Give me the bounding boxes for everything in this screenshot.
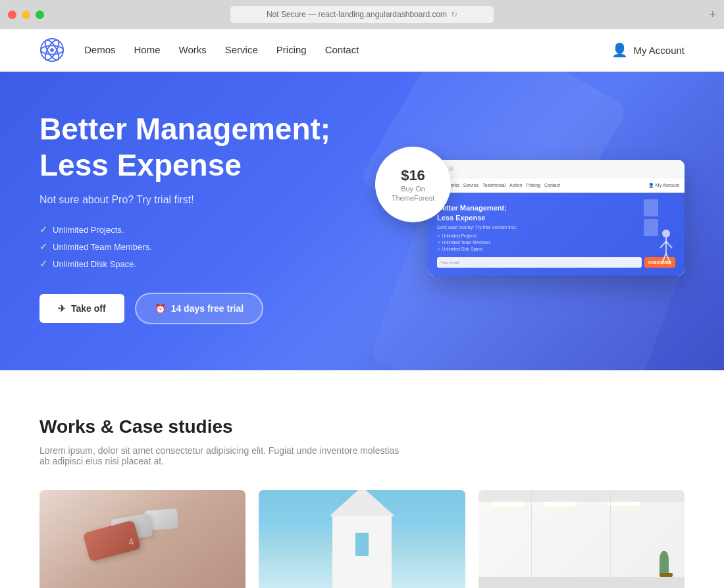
nav-item-demos[interactable]: Demos <box>84 44 116 56</box>
new-tab-button[interactable]: + <box>709 8 716 22</box>
screenshot-body: ⚛ Works Service Testimonial Action Prici… <box>428 178 685 276</box>
sc-nav-pricing: Pricing <box>527 183 540 187</box>
sc-topbar: ⚛ Works Service Testimonial Action Prici… <box>428 178 685 193</box>
works-title: Works & Case studies <box>39 416 685 437</box>
sc-hero: Better Management; Less Expense Dont was… <box>428 193 685 276</box>
svg-line-10 <box>666 253 671 264</box>
price-card: $16 Buy On ThemeForest <box>375 147 451 222</box>
feature-3-text: Unlimited Disk Space. <box>53 259 136 269</box>
feature-1: ✓ Unlimited Projects. <box>39 224 362 235</box>
card-3-image <box>478 490 685 588</box>
screenshot-nav <box>428 160 685 178</box>
takeoff-label: Take off <box>71 303 106 314</box>
sc-illustration <box>655 228 678 270</box>
hero-title: Better Management; Less Expense <box>39 111 362 184</box>
nav-menu: Demos Home Works Service Pricing Contact <box>84 44 359 56</box>
check-icon-2: ✓ <box>39 241 47 252</box>
nav-item-pricing[interactable]: Pricing <box>276 44 307 56</box>
works-description: Lorem ipsum, dolor sit amet consectetur … <box>39 445 408 466</box>
sc-nav-action: Action <box>509 183 522 187</box>
hero-features: ✓ Unlimited Projects. ✓ Unlimited Team M… <box>39 224 362 269</box>
svg-point-4 <box>50 48 54 52</box>
browser-window: Not Secure — react-landing.angulardashbo… <box>0 0 724 588</box>
website-content: Demos Home Works Service Pricing Contact… <box>0 29 724 588</box>
works-grid: 4 <box>39 490 685 588</box>
sc-dot-3 <box>449 166 453 171</box>
reload-icon[interactable]: ↻ <box>451 10 457 19</box>
sc-email-input: Your email <box>437 257 642 268</box>
feature-3: ✓ Unlimited Disk Space. <box>39 258 362 269</box>
minimize-button[interactable] <box>22 11 30 19</box>
plane-icon: ✈ <box>58 303 66 314</box>
sc-input-row: Your email SUBSCRIBE <box>437 257 675 268</box>
browser-titlebar: Not Secure — react-landing.angulardashbo… <box>0 0 724 29</box>
works-card-1[interactable]: 4 <box>39 490 246 588</box>
works-card-3[interactable] <box>478 490 685 588</box>
url-text: Not Secure — react-landing.angulardashbo… <box>267 10 447 19</box>
feature-2: ✓ Unlimited Team Members. <box>39 241 362 252</box>
hero-subtitle: Not sure about Pro? Try trial first! <box>39 194 362 206</box>
close-button[interactable] <box>8 11 16 19</box>
account-icon: 👤 <box>611 42 628 58</box>
sc-feature-1: ✓ Unlimited Projects <box>437 233 675 239</box>
card-2-image <box>259 490 465 588</box>
hero-section: Better Management; Less Expense Not sure… <box>0 72 724 370</box>
clock-icon: ⏰ <box>155 303 166 314</box>
address-bar[interactable]: Not Secure — react-landing.angulardashbo… <box>230 6 494 23</box>
sc-nav: Works Service Testimonial Action Pricing… <box>446 183 560 187</box>
nav-item-works[interactable]: Works <box>179 44 207 56</box>
account-area[interactable]: 👤 My Account <box>611 42 685 58</box>
check-icon-1: ✓ <box>39 224 47 235</box>
sc-nav-service: Service <box>463 183 478 187</box>
logo[interactable] <box>39 37 65 62</box>
feature-2-text: Unlimited Team Members. <box>53 242 152 252</box>
svg-point-5 <box>662 230 670 237</box>
works-section: Works & Case studies Lorem ipsum, dolor … <box>0 370 724 588</box>
takeoff-button[interactable]: ✈ Take off <box>39 294 124 323</box>
hero-left: Better Management; Less Expense Not sure… <box>39 111 362 324</box>
card-1-image: 4 <box>39 490 246 588</box>
price-label: Buy On ThemeForest <box>392 184 434 203</box>
price-amount: $16 <box>401 167 425 184</box>
sc-feature-3: ✓ Unlimited Disk Space <box>437 247 675 252</box>
sc-nav-testimonial: Testimonial <box>482 183 505 187</box>
sc-doc-1 <box>644 199 658 216</box>
sc-hero-title: Better Management; Less Expense <box>437 203 675 222</box>
nav-item-service[interactable]: Service <box>225 44 258 56</box>
svg-line-9 <box>661 253 666 264</box>
account-label: My Account <box>633 45 685 56</box>
hero-right: $16 Buy On ThemeForest <box>362 160 685 276</box>
feature-1-text: Unlimited Projects. <box>53 225 124 235</box>
product-item-1: 4 <box>83 520 142 562</box>
trial-label: 14 days free trial <box>171 303 244 314</box>
sc-nav-contact: Contact <box>544 183 560 187</box>
screenshot-card: ⚛ Works Service Testimonial Action Prici… <box>428 160 685 276</box>
check-icon-3: ✓ <box>39 258 47 269</box>
maximize-button[interactable] <box>36 11 44 19</box>
nav-item-home[interactable]: Home <box>134 44 161 56</box>
sc-hero-sub: Dont wast money! Try free version first. <box>437 225 675 230</box>
nav-item-contact[interactable]: Contact <box>325 44 359 56</box>
hero-buttons: ✈ Take off ⏰ 14 days free trial <box>39 293 362 324</box>
works-card-2[interactable] <box>259 490 465 588</box>
navbar: Demos Home Works Service Pricing Contact… <box>0 29 724 72</box>
sc-feature-2: ✓ Unlimited Team Members <box>437 240 675 245</box>
trial-button[interactable]: ⏰ 14 days free trial <box>135 293 264 324</box>
svg-line-7 <box>660 241 666 248</box>
sc-account: 👤 My Account <box>648 183 679 188</box>
svg-line-8 <box>666 241 672 248</box>
